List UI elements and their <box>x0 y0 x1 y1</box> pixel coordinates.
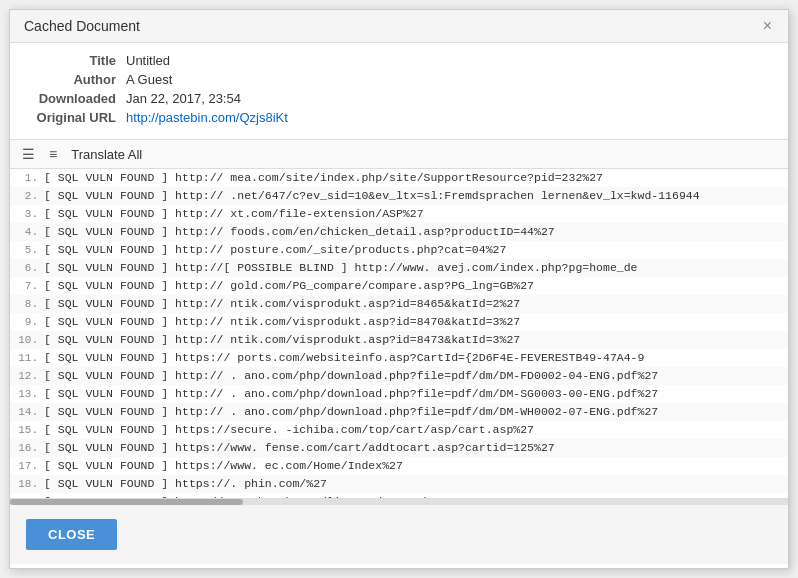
close-x-button[interactable]: × <box>761 18 774 34</box>
line-number: 10. <box>14 331 38 349</box>
table-row: 8.[ SQL VULN FOUND ] http:// ntik.com/vi… <box>10 295 788 313</box>
horizontal-scrollbar[interactable] <box>10 499 788 505</box>
table-row: 14.[ SQL VULN FOUND ] http:// . ano.com/… <box>10 403 788 421</box>
line-text: [ SQL VULN FOUND ] http:// posture.com/_… <box>44 241 506 259</box>
list-icon[interactable]: ☰ <box>18 144 39 164</box>
line-text: [ SQL VULN FOUND ] http:// ntik.com/visp… <box>44 295 520 313</box>
table-row: 7.[ SQL VULN FOUND ] http:// gold.com/PG… <box>10 277 788 295</box>
table-row: 18.[ SQL VULN FOUND ] https://. phin.com… <box>10 475 788 493</box>
line-number: 18. <box>14 475 38 493</box>
translate-all-button[interactable]: Translate All <box>67 145 146 164</box>
original-url-label: Original URL <box>26 110 126 125</box>
content-toolbar: ☰ ≡ Translate All <box>10 139 788 169</box>
line-number: 2. <box>14 187 38 205</box>
line-text: [ SQL VULN FOUND ] http:// . ano.com/php… <box>44 367 658 385</box>
line-number: 12. <box>14 367 38 385</box>
original-url-value[interactable]: http://pastebin.com/Qzjs8iKt <box>126 110 288 125</box>
line-text: [ SQL VULN FOUND ] http:// . ano.com/php… <box>44 385 658 403</box>
meta-title-row: Title Untitled <box>26 53 772 68</box>
dialog-footer: CLOSE <box>10 505 788 564</box>
table-row: 3.[ SQL VULN FOUND ] http:// xt.com/file… <box>10 205 788 223</box>
line-number: 8. <box>14 295 38 313</box>
table-row: 4.[ SQL VULN FOUND ] http:// foods.com/e… <box>10 223 788 241</box>
meta-url-row: Original URL http://pastebin.com/Qzjs8iK… <box>26 110 772 125</box>
line-text: [ SQL VULN FOUND ] http:// foods.com/en/… <box>44 223 555 241</box>
dialog-title: Cached Document <box>24 18 140 34</box>
table-row: 13.[ SQL VULN FOUND ] http:// . ano.com/… <box>10 385 788 403</box>
table-row: 6.[ SQL VULN FOUND ] http://[ POSSIBLE B… <box>10 259 788 277</box>
line-number: 17. <box>14 457 38 475</box>
line-number: 1. <box>14 169 38 187</box>
dialog-titlebar: Cached Document × <box>10 10 788 43</box>
meta-downloaded-row: Downloaded Jan 22, 2017, 23:54 <box>26 91 772 106</box>
meta-author-row: Author A Guest <box>26 72 772 87</box>
table-row: 10.[ SQL VULN FOUND ] http:// ntik.com/v… <box>10 331 788 349</box>
line-text: [ SQL VULN FOUND ] http:// ntik.com/visp… <box>44 331 520 349</box>
table-row: 5.[ SQL VULN FOUND ] http:// posture.com… <box>10 241 788 259</box>
line-text: [ SQL VULN FOUND ] http:// . ano.com/php… <box>44 403 658 421</box>
line-text: [ SQL VULN FOUND ] http:// xt.com/file-e… <box>44 205 424 223</box>
downloaded-label: Downloaded <box>26 91 126 106</box>
table-row: 15.[ SQL VULN FOUND ] https://secure. -i… <box>10 421 788 439</box>
table-row: 1.[ SQL VULN FOUND ] http:// mea.com/sit… <box>10 169 788 187</box>
line-text: [ SQL VULN FOUND ] https://. phin.com/%2… <box>44 475 327 493</box>
close-button[interactable]: CLOSE <box>26 519 117 550</box>
line-number: 16. <box>14 439 38 457</box>
line-number: 13. <box>14 385 38 403</box>
table-row: 9.[ SQL VULN FOUND ] http:// ntik.com/vi… <box>10 313 788 331</box>
line-text: [ SQL VULN FOUND ] http:// gold.com/PG_c… <box>44 277 534 295</box>
line-text: [ SQL VULN FOUND ] http:// .net/647/c?ev… <box>44 187 700 205</box>
table-row: 12.[ SQL VULN FOUND ] http:// . ano.com/… <box>10 367 788 385</box>
line-text: [ SQL VULN FOUND ] https://secure. -ichi… <box>44 421 534 439</box>
scrollbar-thumb <box>10 499 243 505</box>
meta-section: Title Untitled Author A Guest Downloaded… <box>10 43 788 139</box>
table-row: 11.[ SQL VULN FOUND ] https:// ports.com… <box>10 349 788 367</box>
line-text: [ SQL VULN FOUND ] https://www. ec.com/H… <box>44 457 403 475</box>
table-row: 2.[ SQL VULN FOUND ] http:// .net/647/c?… <box>10 187 788 205</box>
line-text: [ SQL VULN FOUND ] https:// ports.com/we… <box>44 349 644 367</box>
table-row: 17.[ SQL VULN FOUND ] https://www. ec.co… <box>10 457 788 475</box>
line-number: 11. <box>14 349 38 367</box>
grid-icon[interactable]: ≡ <box>45 144 61 164</box>
line-number: 14. <box>14 403 38 421</box>
author-label: Author <box>26 72 126 87</box>
cached-document-dialog: Cached Document × Title Untitled Author … <box>9 9 789 569</box>
title-value: Untitled <box>126 53 170 68</box>
title-label: Title <box>26 53 126 68</box>
line-number: 15. <box>14 421 38 439</box>
line-number: 7. <box>14 277 38 295</box>
downloaded-value: Jan 22, 2017, 23:54 <box>126 91 241 106</box>
line-number: 3. <box>14 205 38 223</box>
table-row: 16.[ SQL VULN FOUND ] https://www. fense… <box>10 439 788 457</box>
line-text: [ SQL VULN FOUND ] https://www. fense.co… <box>44 439 555 457</box>
line-text: [ SQL VULN FOUND ] http://[ POSSIBLE BLI… <box>44 259 638 277</box>
line-number: 4. <box>14 223 38 241</box>
author-value: A Guest <box>126 72 172 87</box>
line-text: [ SQL VULN FOUND ] http:// ntik.com/visp… <box>44 313 520 331</box>
line-text: [ SQL VULN FOUND ] http:// mea.com/site/… <box>44 169 603 187</box>
line-number: 5. <box>14 241 38 259</box>
line-number: 6. <box>14 259 38 277</box>
content-area[interactable]: 1.[ SQL VULN FOUND ] http:// mea.com/sit… <box>10 169 788 499</box>
line-number: 9. <box>14 313 38 331</box>
